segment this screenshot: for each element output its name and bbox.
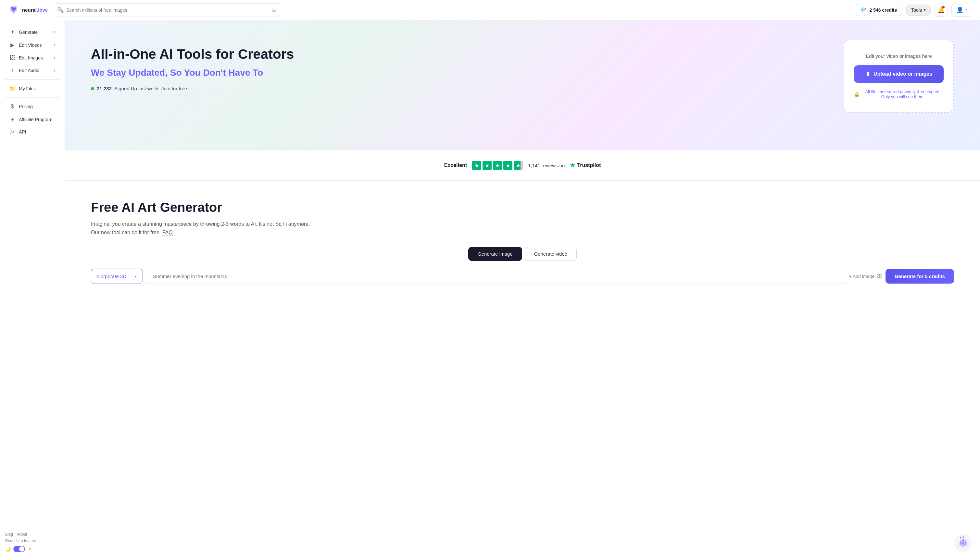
generator-title: Free AI Art Generator: [91, 200, 954, 215]
style-select[interactable]: Corporate 3D ▾: [91, 268, 143, 284]
edit-images-icon: 🖼: [9, 55, 16, 61]
online-dot: [91, 87, 94, 90]
trustpilot-star-icon: ★: [570, 162, 575, 169]
sidebar-item-edit-videos[interactable]: ▶ Edit Videos ▾: [3, 39, 62, 51]
faq-link[interactable]: FAQ: [162, 230, 173, 235]
request-feature-link[interactable]: Request a feature: [5, 538, 60, 543]
svg-point-0: [12, 8, 15, 10]
upload-card-title: Edit your video or images here: [866, 53, 932, 59]
trustpilot-logo: ★ Trustpilot: [570, 162, 601, 169]
signup-count: 21 232: [97, 86, 112, 91]
svg-point-5: [964, 541, 965, 542]
sun-icon: ☀: [28, 546, 32, 552]
sidebar-item-my-files[interactable]: 📁 My Files: [3, 82, 62, 95]
search-icon: 🔍: [57, 7, 64, 13]
excellent-label: Excellent: [444, 162, 467, 168]
logo-icon: [8, 4, 20, 16]
upload-button[interactable]: ⬆ Upload video or images: [854, 65, 943, 83]
sidebar-item-label: API: [19, 129, 26, 135]
tools-chevron-icon: ▾: [924, 8, 926, 12]
add-image-label: + Add image: [849, 274, 875, 279]
star-rating: ★ ★ ★ ★ ★: [472, 161, 523, 170]
toggle-knob: [19, 547, 24, 552]
svg-point-4: [961, 541, 962, 542]
signup-text: Signed Up last week. Join for free.: [114, 86, 188, 91]
edit-videos-chevron-icon: ▾: [53, 43, 55, 47]
notifications-button[interactable]: 🔔: [935, 3, 948, 17]
generator-section: Free AI Art Generator Imagine: you creat…: [65, 181, 980, 297]
lock-icon: 🔒: [854, 92, 860, 97]
style-label: Corporate 3D: [97, 273, 126, 279]
tab-generate-image[interactable]: Generate image: [468, 247, 522, 261]
credits-label: 2 546 credits: [869, 7, 897, 13]
hero-title: All-in-One AI Tools for Creators: [91, 46, 824, 62]
star-2: ★: [483, 161, 492, 170]
hero-section: All-in-One AI Tools for Creators We Stay…: [65, 20, 980, 150]
pricing-icon: $: [9, 103, 16, 110]
footer-links: Blog About: [5, 532, 60, 537]
tools-label: Tools: [911, 7, 922, 13]
sidebar-item-edit-audio[interactable]: ♪ Edit Audio ▾: [3, 64, 62, 77]
edit-audio-icon: ♪: [9, 68, 16, 73]
sidebar-footer: Blog About Request a feature 🌙 ☀: [0, 528, 65, 556]
sidebar-divider-1: [5, 79, 60, 80]
generator-tabs: Generate image Generate video: [91, 247, 954, 261]
user-icon: 👤: [956, 7, 963, 13]
generate-icon: ✦: [9, 29, 16, 35]
tab-generate-video[interactable]: Generate video: [525, 247, 577, 261]
image-add-icon: 🖼: [877, 274, 882, 279]
generator-description: Imagine: you create a stunning masterpie…: [91, 220, 318, 237]
signup-badge: 21 232 Signed Up last week. Join for fre…: [91, 86, 824, 91]
edit-images-chevron-icon: ▾: [53, 56, 55, 60]
credits-button[interactable]: 💎 2 546 credits: [855, 4, 902, 16]
sidebar-item-label: Affiliate Program: [19, 117, 52, 122]
hero-subtitle: We Stay Updated, So You Don't Have To: [91, 68, 824, 78]
user-menu-button[interactable]: 👤 ▾: [952, 3, 972, 17]
upload-privacy: 🔒 All files are stored privately & encry…: [854, 89, 943, 99]
logo[interactable]: neural.love: [8, 4, 48, 16]
sidebar-item-label: Edit Videos: [19, 43, 42, 48]
user-chevron-icon: ▾: [965, 8, 967, 12]
style-chevron-icon: ▾: [135, 274, 137, 279]
prompt-input[interactable]: [147, 268, 845, 284]
main-content: All-in-One AI Tools for Creators We Stay…: [65, 20, 980, 560]
sidebar-item-pricing[interactable]: $ Pricing: [3, 100, 62, 113]
svg-point-9: [960, 537, 961, 538]
sidebar-item-api[interactable]: /> API: [3, 126, 62, 138]
search-bar: 🔍 ⊞: [53, 3, 280, 17]
privacy-text: All files are stored privately & encrypt…: [862, 89, 943, 99]
generate-button[interactable]: Generate for 5 credits: [885, 269, 954, 283]
upload-btn-label: Upload video or images: [874, 71, 932, 77]
sidebar-item-label: Pricing: [19, 104, 33, 109]
chatbot-icon[interactable]: [954, 534, 972, 552]
sidebar-divider-2: [5, 97, 60, 98]
header: neural.love 🔍 ⊞ 💎 2 546 credits Tools ▾ …: [0, 0, 980, 20]
edit-videos-icon: ▶: [9, 42, 16, 48]
about-link[interactable]: About: [17, 532, 27, 537]
sidebar-item-label: Generate: [19, 30, 38, 35]
blog-link[interactable]: Blog: [5, 532, 13, 537]
logo-text: neural.love: [22, 7, 48, 13]
sidebar-nav: ✦ Generate ▾ ▶ Edit Videos ▾ 🖼 Edit Imag…: [0, 24, 65, 139]
star-1: ★: [472, 161, 481, 170]
trustpilot-name: Trustpilot: [577, 162, 601, 168]
sidebar-item-generate[interactable]: ✦ Generate ▾: [3, 26, 62, 38]
theme-toggle[interactable]: [13, 546, 25, 552]
notification-dot: [942, 6, 945, 8]
sidebar-item-label: Edit Audio: [19, 68, 39, 73]
svg-point-7: [962, 536, 964, 538]
api-icon: />: [9, 130, 16, 134]
moon-icon: 🌙: [5, 547, 11, 552]
star-5: ★: [514, 161, 523, 170]
edit-audio-chevron-icon: ▾: [53, 68, 55, 73]
search-input[interactable]: [66, 7, 270, 13]
upload-card: Edit your video or images here ⬆ Upload …: [844, 40, 954, 113]
sidebar-item-affiliate[interactable]: ⊞ Affiliate Program: [3, 113, 62, 126]
svg-point-3: [960, 539, 967, 546]
tools-button[interactable]: Tools ▾: [906, 5, 931, 16]
filter-icon[interactable]: ⊞: [272, 7, 276, 13]
theme-toggle-row: 🌙 ☀: [5, 546, 60, 552]
sidebar-item-edit-images[interactable]: 🖼 Edit Images ▾: [3, 52, 62, 64]
add-image-button[interactable]: + Add image 🖼: [849, 274, 882, 279]
my-files-icon: 📁: [9, 85, 16, 92]
